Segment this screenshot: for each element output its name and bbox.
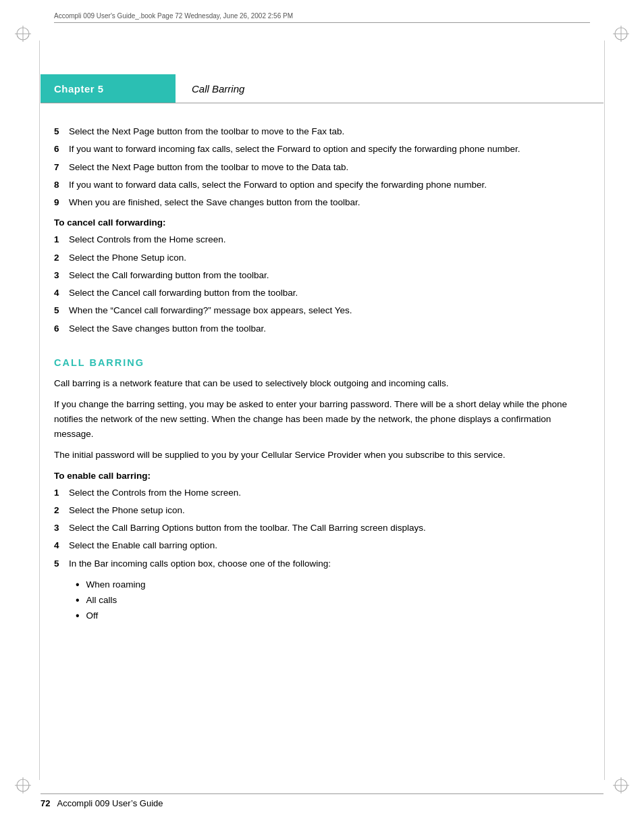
- main-content: 5 Select the Next Page button from the t…: [54, 125, 590, 624]
- corner-mark-bl: [15, 777, 31, 793]
- item-num: 1: [54, 233, 69, 246]
- list-item: Off: [76, 608, 590, 624]
- item-text: Select the Controls from the Home screen…: [69, 486, 590, 500]
- top-numbered-list: 5 Select the Next Page button from the t…: [54, 125, 590, 209]
- item-text: Select the Phone setup icon.: [69, 504, 590, 517]
- list-item: 9 When you are finished, select the Save…: [54, 196, 590, 209]
- list-item: 1 Select Controls from the Home screen.: [54, 233, 590, 246]
- chapter-tab: Chapter 5: [41, 74, 176, 103]
- list-item: 5 In the Bar incoming calls option box, …: [54, 557, 590, 571]
- item-num: 3: [54, 521, 69, 535]
- list-item: 5 Select the Next Page button from the t…: [54, 125, 590, 138]
- item-text: Select the Save changes button from the …: [69, 322, 590, 336]
- item-num: 6: [54, 142, 69, 156]
- list-item: 2 Select the Phone setup icon.: [54, 504, 590, 517]
- corner-mark-tr: [613, 26, 629, 42]
- item-text: When the “Cancel call forwarding?” messa…: [69, 304, 590, 317]
- item-text: Select the Next Page button from the too…: [69, 125, 590, 138]
- page-footer: 72 Accompli 009 User’s Guide: [41, 793, 603, 808]
- enable-call-barring-heading: To enable call barring:: [54, 471, 590, 481]
- item-text: If you want to forward incoming fax call…: [69, 142, 590, 156]
- cancel-forwarding-list: 1 Select Controls from the Home screen. …: [54, 233, 590, 336]
- item-num: 9: [54, 196, 69, 209]
- corner-mark-br: [613, 777, 629, 793]
- item-text: When you are finished, select the Save c…: [69, 196, 590, 209]
- list-item: When roaming: [76, 577, 590, 593]
- chapter-divider: [41, 103, 603, 103]
- side-line-right: [604, 41, 605, 780]
- item-text: Select Controls from the Home screen.: [69, 233, 590, 246]
- enable-steps-list: 1 Select the Controls from the Home scre…: [54, 486, 590, 571]
- list-item: 6 If you want to forward incoming fax ca…: [54, 142, 590, 156]
- bullet-item-text: Off: [86, 608, 99, 624]
- item-num: 1: [54, 486, 69, 500]
- chapter-title: Call Barring: [192, 83, 244, 95]
- item-text: Select the Enable call barring option.: [69, 539, 590, 552]
- file-info: Accompli 009 User's Guide_.book Page 72 …: [54, 12, 293, 20]
- item-num: 2: [54, 251, 69, 265]
- page-container: Accompli 009 User's Guide_.book Page 72 …: [0, 0, 644, 834]
- side-line-left: [39, 41, 40, 780]
- item-text: Select the Call forwarding button from t…: [69, 269, 590, 282]
- chapter-header: Chapter 5 Call Barring: [0, 74, 644, 103]
- list-item: 1 Select the Controls from the Home scre…: [54, 486, 590, 500]
- item-num: 8: [54, 178, 69, 192]
- item-num: 3: [54, 269, 69, 282]
- list-item: 3 Select the Call forwarding button from…: [54, 269, 590, 282]
- list-item: 4 Select the Cancel call forwarding butt…: [54, 286, 590, 300]
- item-num: 6: [54, 322, 69, 336]
- call-barring-para-1: Call barring is a network feature that c…: [54, 376, 590, 391]
- call-barring-section: CALL BARRING Call barring is a network f…: [54, 357, 590, 624]
- list-item: All calls: [76, 593, 590, 608]
- item-text: Select the Phone Setup icon.: [69, 251, 590, 265]
- item-text: Select the Cancel call forwarding button…: [69, 286, 590, 300]
- item-num: 4: [54, 539, 69, 552]
- corner-mark-tl: [15, 26, 31, 42]
- item-text: Select the Next Page button from the too…: [69, 161, 590, 174]
- list-item: 4 Select the Enable call barring option.: [54, 539, 590, 552]
- item-num: 2: [54, 504, 69, 517]
- item-num: 5: [54, 125, 69, 138]
- list-item: 3 Select the Call Barring Options button…: [54, 521, 590, 535]
- call-barring-para-2: If you change the barring setting, you m…: [54, 397, 590, 441]
- chapter-label: Chapter 5: [54, 83, 104, 95]
- list-item: 5 When the “Cancel call forwarding?” mes…: [54, 304, 590, 317]
- top-metadata-bar: Accompli 009 User's Guide_.book Page 72 …: [54, 12, 590, 23]
- footer-title: Accompli 009 User’s Guide: [57, 798, 163, 808]
- item-text: In the Bar incoming calls option box, ch…: [69, 557, 590, 571]
- item-text: Select the Call Barring Options button f…: [69, 521, 590, 535]
- bar-incoming-options: When roaming All calls Off: [76, 577, 590, 624]
- list-item: 2 Select the Phone Setup icon.: [54, 251, 590, 265]
- list-item: 6 Select the Save changes button from th…: [54, 322, 590, 336]
- call-barring-heading: CALL BARRING: [54, 357, 590, 368]
- footer-page-number: 72: [41, 798, 50, 808]
- bullet-item-text: All calls: [86, 593, 117, 608]
- item-num: 5: [54, 557, 69, 571]
- bullet-item-text: When roaming: [86, 577, 146, 593]
- cancel-forwarding-heading: To cancel call forwarding:: [54, 217, 590, 228]
- item-num: 7: [54, 161, 69, 174]
- list-item: 7 Select the Next Page button from the t…: [54, 161, 590, 174]
- call-barring-para-3: The initial password will be supplied to…: [54, 448, 590, 463]
- list-item: 8 If you want to forward data calls, sel…: [54, 178, 590, 192]
- item-num: 5: [54, 304, 69, 317]
- item-num: 4: [54, 286, 69, 300]
- item-text: If you want to forward data calls, selec…: [69, 178, 590, 192]
